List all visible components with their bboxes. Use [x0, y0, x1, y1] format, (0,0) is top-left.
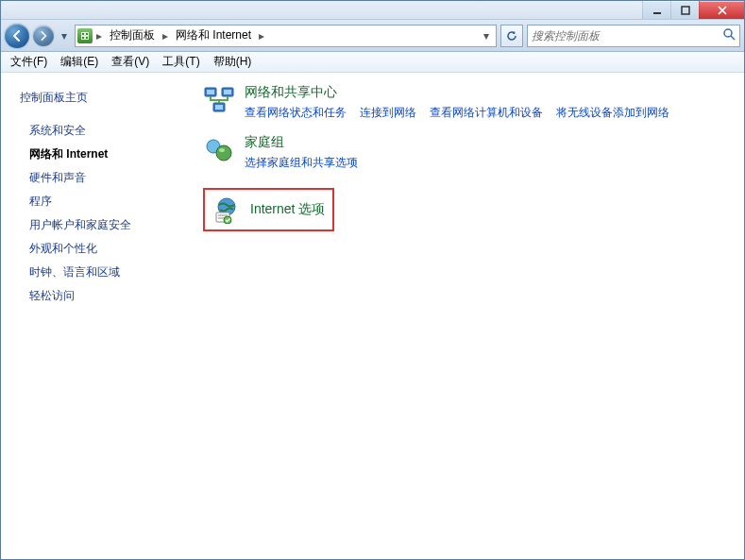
network-sharing-icon — [203, 84, 235, 116]
content-area: 网络和共享中心 查看网络状态和任务 连接到网络 查看网络计算机和设备 将无线设备… — [190, 73, 744, 559]
link-choose-homegroup-options[interactable]: 选择家庭组和共享选项 — [245, 155, 358, 171]
breadcrumb-root[interactable]: 控制面板 — [106, 25, 159, 46]
link-connect-to-network[interactable]: 连接到网络 — [360, 105, 416, 121]
svg-point-7 — [724, 29, 732, 37]
menu-tools[interactable]: 工具(T) — [157, 52, 205, 72]
window-body: 控制面板主页 系统和安全 网络和 Internet 硬件和声音 程序 用户帐户和… — [1, 73, 744, 559]
svg-rect-4 — [86, 33, 88, 35]
breadcrumb[interactable]: ▸ 控制面板 ▸ 网络和 Internet ▸ ▾ — [75, 25, 497, 47]
homegroup-icon — [203, 134, 235, 166]
svg-rect-6 — [86, 37, 88, 39]
svg-rect-14 — [215, 105, 223, 110]
window-titlebar — [1, 1, 744, 20]
category-title[interactable]: 网络和共享中心 — [245, 84, 731, 101]
forward-button[interactable] — [33, 25, 54, 46]
category-internet-options[interactable]: Internet 选项 — [203, 188, 334, 231]
breadcrumb-current[interactable]: 网络和 Internet — [172, 25, 255, 46]
chevron-right-icon: ▸ — [94, 29, 104, 42]
back-button[interactable] — [5, 24, 29, 48]
svg-rect-12 — [224, 90, 231, 94]
control-panel-icon — [77, 28, 93, 43]
svg-rect-5 — [82, 37, 84, 39]
sidebar-item-network-internet[interactable]: 网络和 Internet — [20, 143, 182, 166]
chevron-right-icon: ▸ — [161, 29, 170, 42]
sidebar-item-clock-lang-region[interactable]: 时钟、语言和区域 — [20, 261, 182, 284]
sidebar-home[interactable]: 控制面板主页 — [20, 86, 182, 110]
search-icon — [722, 27, 736, 43]
chevron-right-icon: ▸ — [257, 29, 266, 42]
sidebar-item-hardware-sound[interactable]: 硬件和声音 — [20, 166, 182, 190]
search-box[interactable] — [527, 25, 740, 47]
link-view-network-devices[interactable]: 查看网络计算机和设备 — [430, 105, 543, 121]
nav-history-dropdown[interactable]: ▾ — [58, 29, 71, 42]
category-network-sharing: 网络和共享中心 查看网络状态和任务 连接到网络 查看网络计算机和设备 将无线设备… — [203, 84, 731, 121]
category-title[interactable]: 家庭组 — [245, 134, 731, 151]
menu-file[interactable]: 文件(F) — [5, 52, 53, 72]
svg-point-17 — [219, 148, 225, 152]
search-input[interactable] — [532, 29, 722, 42]
sidebar-item-appearance[interactable]: 外观和个性化 — [20, 237, 182, 261]
sidebar-item-user-accounts[interactable]: 用户帐户和家庭安全 — [20, 213, 182, 237]
sidebar: 控制面板主页 系统和安全 网络和 Internet 硬件和声音 程序 用户帐户和… — [1, 73, 190, 559]
sidebar-item-programs[interactable]: 程序 — [20, 190, 182, 213]
link-add-wireless-device[interactable]: 将无线设备添加到网络 — [556, 105, 669, 121]
link-view-network-status[interactable]: 查看网络状态和任务 — [245, 105, 347, 121]
svg-line-8 — [731, 36, 735, 40]
category-title[interactable]: Internet 选项 — [250, 201, 325, 218]
svg-point-16 — [216, 145, 231, 161]
menu-edit[interactable]: 编辑(E) — [55, 52, 104, 72]
svg-rect-3 — [82, 33, 84, 35]
menu-bar: 文件(F) 编辑(E) 查看(V) 工具(T) 帮助(H) — [1, 52, 744, 73]
svg-rect-0 — [653, 12, 661, 14]
close-button[interactable] — [699, 1, 744, 19]
minimize-button[interactable] — [642, 1, 670, 19]
address-bar: ▾ ▸ 控制面板 ▸ 网络和 Internet ▸ ▾ — [1, 20, 744, 52]
svg-rect-10 — [207, 90, 214, 94]
internet-options-icon — [212, 195, 241, 224]
sidebar-item-ease-of-access[interactable]: 轻松访问 — [20, 284, 182, 308]
breadcrumb-dropdown[interactable]: ▾ — [479, 29, 494, 42]
category-internet-options-highlight: Internet 选项 — [203, 184, 731, 231]
category-homegroup: 家庭组 选择家庭组和共享选项 — [203, 134, 731, 171]
svg-rect-1 — [682, 7, 689, 14]
menu-help[interactable]: 帮助(H) — [208, 52, 258, 72]
sidebar-item-system-security[interactable]: 系统和安全 — [20, 119, 182, 143]
maximize-button[interactable] — [670, 1, 699, 19]
menu-view[interactable]: 查看(V) — [106, 52, 155, 72]
refresh-button[interactable] — [500, 25, 523, 47]
